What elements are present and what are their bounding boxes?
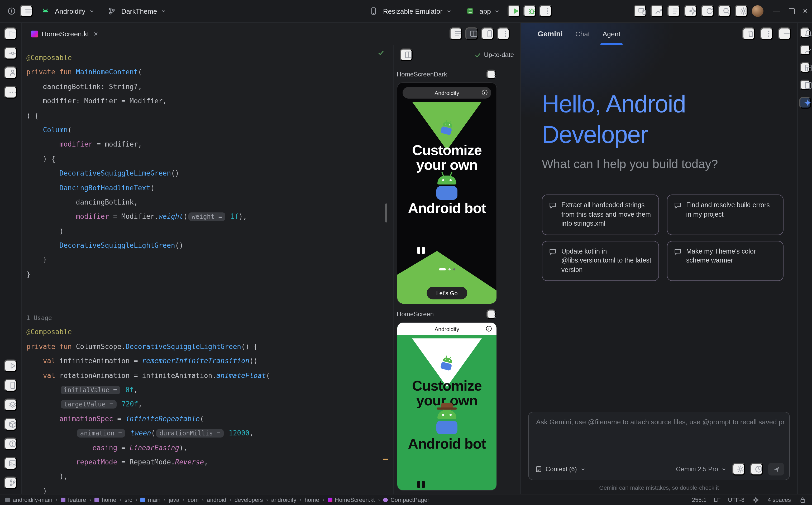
maximize-button[interactable] bbox=[789, 8, 794, 14]
minimize-button[interactable]: — bbox=[773, 7, 780, 15]
run-button[interactable] bbox=[508, 5, 520, 17]
tab-agent[interactable]: Agent bbox=[602, 23, 620, 45]
preview-layout-icon[interactable] bbox=[400, 48, 413, 61]
code-line[interactable]: dancingBotLink, bbox=[26, 195, 393, 209]
history-icon[interactable] bbox=[750, 463, 763, 476]
inspections-ok-icon[interactable] bbox=[377, 49, 385, 56]
file-encoding[interactable]: UTF-8 bbox=[728, 497, 744, 503]
device-selector[interactable]: Resizable Emulator bbox=[363, 3, 456, 19]
ai-assistant-icon[interactable] bbox=[684, 5, 697, 17]
code-line[interactable]: DecorativeSquiggleLightGreen() bbox=[26, 238, 393, 253]
gemini-suggestion-card[interactable]: Make my Theme's color scheme warmer bbox=[667, 240, 784, 281]
editor-scrollbar[interactable] bbox=[385, 203, 387, 222]
code-line[interactable]: } bbox=[26, 253, 393, 267]
code-line[interactable]: easing = LinearEasing), bbox=[26, 441, 393, 455]
tab-homescreen-kt[interactable]: HomeScreen.kt × bbox=[26, 23, 103, 45]
profiler-icon[interactable] bbox=[650, 5, 663, 17]
settings-icon[interactable] bbox=[735, 5, 747, 17]
gemini-spark-icon[interactable] bbox=[799, 97, 811, 109]
more-actions-button[interactable] bbox=[540, 5, 552, 17]
code-line[interactable]: @Composable bbox=[26, 325, 393, 339]
project-folder-icon[interactable] bbox=[4, 27, 17, 40]
terminal-icon[interactable] bbox=[4, 457, 17, 470]
device-mirroring-icon[interactable] bbox=[633, 5, 646, 17]
code-line[interactable] bbox=[26, 282, 393, 296]
code-line[interactable]: 1 Usage bbox=[26, 311, 393, 325]
project-selector[interactable]: Androidify bbox=[35, 3, 99, 19]
code-editor[interactable]: @Composableprivate fun MainHomeContent( … bbox=[22, 45, 393, 494]
trash-icon[interactable] bbox=[742, 27, 755, 40]
lock-icon[interactable] bbox=[798, 496, 807, 504]
user-avatar[interactable] bbox=[751, 5, 763, 17]
send-button[interactable] bbox=[768, 463, 784, 476]
code-line[interactable]: modifier = Modifier.weight(weight = 1f), bbox=[26, 209, 393, 224]
code-line[interactable]: ) bbox=[26, 484, 393, 494]
code-line[interactable]: dancingBotLink: String?, bbox=[26, 79, 393, 94]
more-tool-windows-icon[interactable] bbox=[4, 86, 17, 99]
commit-icon[interactable] bbox=[4, 47, 17, 59]
code-line[interactable]: DecorativeSquiggleLimeGreen() bbox=[26, 166, 393, 181]
breadcrumb-item[interactable]: home bbox=[95, 497, 116, 503]
sync-icon[interactable] bbox=[701, 5, 714, 17]
code-line[interactable]: val rotationAnimation = infiniteAnimatio… bbox=[26, 368, 393, 383]
code-line[interactable]: ) { bbox=[26, 152, 393, 166]
gemini-settings-icon[interactable] bbox=[732, 463, 745, 476]
structure-icon[interactable] bbox=[800, 79, 810, 90]
breadcrumb-item[interactable]: src bbox=[124, 497, 132, 503]
breadcrumb-item[interactable]: HomeScreen.kt bbox=[327, 497, 375, 503]
gemini-kebab-icon[interactable] bbox=[760, 27, 773, 40]
breadcrumb-item[interactable]: developers bbox=[235, 497, 263, 503]
preview-kebab-icon[interactable] bbox=[486, 69, 496, 79]
debug-button[interactable] bbox=[524, 5, 536, 17]
code-line[interactable]: Column( bbox=[26, 123, 393, 137]
resource-manager-icon[interactable] bbox=[800, 62, 810, 73]
indent-setting[interactable]: 4 spaces bbox=[768, 497, 791, 503]
code-line[interactable]: animationSpec = infiniteRepeatable( bbox=[26, 412, 393, 426]
profiler-strip-icon[interactable] bbox=[800, 45, 810, 55]
breadcrumb-item[interactable]: java bbox=[169, 497, 180, 503]
collaboration-icon[interactable] bbox=[4, 66, 17, 79]
code-line[interactable]: initialValue = 0f, bbox=[26, 383, 393, 397]
lets-go-button[interactable]: Let's Go bbox=[427, 287, 467, 299]
preview-phone-homescreen[interactable]: Androidify Customize your own bbox=[397, 322, 497, 491]
run-config-selector[interactable]: app bbox=[459, 3, 504, 19]
version-control-icon[interactable] bbox=[4, 477, 17, 489]
preview-scroll[interactable]: HomeScreenDark Androidify bbox=[393, 64, 520, 494]
code-line[interactable]: private fun MainHomeContent( bbox=[26, 65, 393, 79]
code-line[interactable]: } bbox=[26, 267, 393, 282]
caret-position[interactable]: 255:1 bbox=[692, 497, 706, 503]
preview-kebab-icon[interactable] bbox=[486, 309, 496, 319]
code-line[interactable]: modifier = modifier, bbox=[26, 137, 393, 152]
code-line[interactable]: ), bbox=[26, 469, 393, 484]
breadcrumb-item[interactable]: feature bbox=[61, 497, 86, 503]
breadcrumb-item[interactable]: androidify-main bbox=[5, 497, 52, 503]
gemini-input-box[interactable]: Context (6) Gemini 2.5 Pro bbox=[528, 412, 790, 480]
problems-icon[interactable] bbox=[4, 438, 17, 450]
close-button[interactable]: × bbox=[803, 7, 808, 15]
close-tab-icon[interactable]: × bbox=[94, 29, 98, 38]
breadcrumb-item[interactable]: CompactPager bbox=[383, 497, 429, 503]
code-line[interactable]: ) bbox=[26, 224, 393, 238]
breadcrumb-item[interactable]: main bbox=[141, 497, 161, 503]
editor-kebab-icon[interactable] bbox=[497, 27, 510, 40]
main-menu-button[interactable] bbox=[20, 5, 33, 17]
line-ending[interactable]: LF bbox=[714, 497, 721, 503]
gemini-suggestion-card[interactable]: Update kotlin in @libs.version.toml to t… bbox=[542, 240, 659, 281]
code-line[interactable]: animation = tween(durationMillis = 12000… bbox=[26, 426, 393, 441]
ai-status-icon[interactable] bbox=[752, 496, 760, 504]
build-icon[interactable] bbox=[4, 418, 17, 431]
hide-panel-icon[interactable] bbox=[778, 27, 791, 40]
gemini-suggestion-card[interactable]: Find and resolve build errors in my proj… bbox=[667, 194, 784, 235]
notifications-icon[interactable] bbox=[800, 27, 810, 38]
breadcrumb-item[interactable]: android bbox=[207, 497, 226, 503]
code-line[interactable]: ) { bbox=[26, 108, 393, 123]
breadcrumb-item[interactable]: androidify bbox=[271, 497, 296, 503]
code-view-icon[interactable] bbox=[450, 27, 462, 40]
run-tool-icon[interactable] bbox=[4, 359, 17, 372]
breadcrumb-item[interactable]: com bbox=[188, 497, 199, 503]
tab-chat[interactable]: Chat bbox=[575, 23, 590, 45]
logcat-icon[interactable] bbox=[667, 5, 680, 17]
code-line[interactable]: DancingBotHeadlineText( bbox=[26, 181, 393, 195]
breadcrumb-item[interactable]: home bbox=[305, 497, 319, 503]
layers-icon[interactable] bbox=[4, 398, 17, 411]
